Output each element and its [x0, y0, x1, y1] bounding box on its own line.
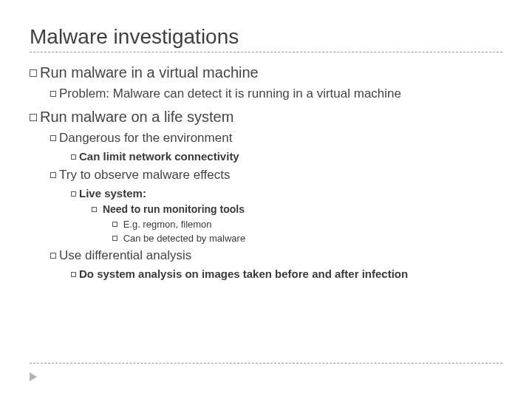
bullet-use-diff: Use differential analysis — [50, 248, 502, 265]
bullet-regmon-filemon: E.g. regmon, filemon — [112, 218, 502, 231]
bullet-vm-problem: Problem: Malware can detect it is runnin… — [50, 86, 502, 103]
bullet-lead: Live — [79, 187, 101, 200]
square-bullet-icon — [71, 154, 76, 160]
square-bullet-icon — [92, 207, 97, 212]
square-bullet-icon — [30, 69, 37, 77]
top-divider — [30, 52, 502, 52]
bullet-lead: Do — [79, 267, 94, 280]
square-bullet-icon — [71, 191, 76, 197]
bullet-rest: malware in a virtual machine — [67, 64, 259, 81]
bullet-rest: system: — [101, 187, 146, 200]
square-bullet-icon — [30, 114, 37, 121]
bullet-lead: Try — [59, 168, 77, 182]
bullet-text: E.g. regmon, filemon — [123, 219, 212, 230]
bottom-divider — [30, 363, 502, 364]
bullet-rest: system analysis on images taken before a… — [94, 267, 408, 280]
square-bullet-icon — [50, 135, 56, 141]
bullet-lead: Can — [79, 150, 100, 163]
slide-title: Malware investigations — [30, 25, 502, 49]
bullet-lead: Use — [59, 248, 81, 262]
arrow-icon — [30, 372, 37, 381]
bullet-do-analysis: Do system analysis on images taken befor… — [71, 267, 502, 282]
bullet-try-observe: Try to observe malware effects — [50, 167, 502, 184]
bullet-lead: Dangerous — [59, 131, 120, 145]
bullet-text: Need to run monitoring tools — [103, 203, 245, 215]
bullet-rest: differential analysis — [81, 248, 191, 262]
bullet-live-system: Live system: — [71, 186, 502, 201]
bullet-rest: for the environment — [120, 131, 232, 145]
bullet-run-live: Run malware on a life system — [30, 107, 502, 127]
bullet-limit-network: Can limit network connectivity — [71, 149, 502, 164]
square-bullet-icon — [50, 172, 56, 178]
bullet-rest: limit network connectivity — [100, 150, 239, 163]
bullet-rest: Malware can detect it is running in a vi… — [109, 86, 401, 100]
bullet-run-vm: Run malware in a virtual machine — [30, 63, 502, 83]
square-bullet-icon — [71, 272, 76, 277]
square-bullet-icon — [50, 91, 56, 97]
bullet-lead: Run — [40, 64, 67, 81]
square-bullet-icon — [112, 236, 117, 241]
bullet-lead: Problem: — [59, 86, 109, 100]
bullet-lead: Run — [40, 109, 67, 125]
square-bullet-icon — [112, 222, 117, 227]
square-bullet-icon — [50, 253, 56, 259]
bullet-text: Can be detected by malware — [123, 233, 245, 244]
bullet-dangerous: Dangerous for the environment — [50, 130, 502, 147]
bullet-need-monitoring: Need to run monitoring tools — [92, 202, 502, 216]
bullet-rest: to observe malware effects — [77, 168, 231, 182]
bullet-rest: malware on a life system — [67, 109, 234, 125]
bullet-detected-by-malware: Can be detected by malware — [112, 232, 502, 245]
